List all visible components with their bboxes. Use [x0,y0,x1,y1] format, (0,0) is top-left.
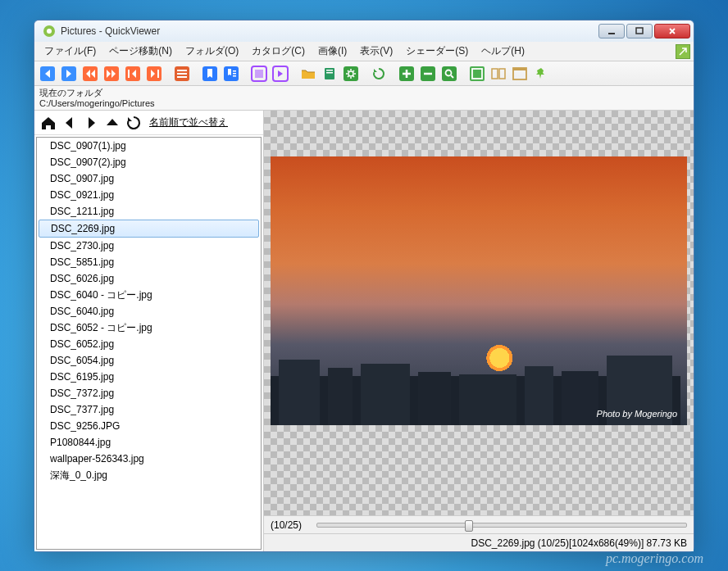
nav-prev-icon[interactable] [38,64,57,84]
file-list[interactable]: DSC_0907(1).jpgDSC_0907(2).jpgDSC_0907.j… [36,137,262,550]
maximize-button[interactable] [626,24,653,39]
sort-link[interactable]: 名前順で並べ替え [149,116,228,129]
file-item[interactable]: DSC_6026.jpg [37,270,261,287]
svg-rect-3 [636,28,643,34]
svg-rect-2 [608,33,615,34]
path-row: 現在のフォルダ C:/Users/mogeringo/Pictures [34,86,694,111]
minimize-button[interactable] [598,24,625,39]
menu-folder[interactable]: フォルダ(O) [179,43,245,60]
image-preview: Photo by Mogeringo [271,156,687,425]
home-icon[interactable] [39,114,57,132]
path-value: C:/Users/mogeringo/Pictures [39,98,689,109]
file-item[interactable]: DSC_0907.jpg [37,170,261,187]
file-item[interactable]: DSC_5851.jpg [37,254,261,270]
svg-rect-19 [233,73,236,75]
slider-thumb[interactable] [465,520,473,532]
svg-rect-26 [326,72,333,74]
file-item[interactable]: DSC_6195.jpg [37,369,261,385]
bookmark-add-icon[interactable] [200,64,220,84]
file-item[interactable]: DSC_7377.jpg [37,401,261,418]
bookmark-list-icon[interactable] [221,64,241,84]
zoom-in-icon[interactable] [397,64,416,84]
svg-rect-14 [177,73,187,75]
image-canvas[interactable]: Photo by Mogeringo [264,111,694,515]
svg-rect-41 [328,368,353,425]
close-button[interactable] [654,24,690,39]
page-slider[interactable] [316,523,687,528]
launch-icon[interactable] [676,44,690,59]
file-item[interactable]: wallpaper-526343.jpg [37,451,261,467]
up-icon[interactable] [103,114,121,132]
svg-point-1 [47,29,52,34]
settings-icon[interactable] [341,64,361,84]
file-item[interactable]: DSC_1211.jpg [37,203,261,220]
menu-help[interactable]: ヘルプ(H) [475,43,531,60]
svg-rect-22 [255,70,263,78]
file-item[interactable]: DSC_0907(1).jpg [37,138,261,154]
slider-row: (10/25) [264,515,694,533]
svg-rect-11 [157,70,159,78]
fast-fwd-icon[interactable] [102,64,121,84]
menu-view[interactable]: 表示(V) [353,43,399,60]
menu-catalog[interactable]: カタログ(C) [245,43,312,60]
svg-rect-40 [279,360,320,425]
svg-rect-31 [442,66,457,81]
file-item[interactable]: DSC_2269.jpg [39,220,259,238]
viewer-area: Photo by Mogeringo (10/25) DSC_2269.jpg … [264,111,694,551]
menubar: ファイル(F) ページ移動(N) フォルダ(O) カタログ(C) 画像(I) 表… [34,42,694,61]
pin-icon[interactable] [531,64,551,84]
app-icon [43,25,56,38]
file-item[interactable]: DSC_6054.jpg [37,352,261,369]
photo-credit: Photo by Mogeringo [597,409,677,419]
svg-rect-36 [499,69,505,79]
svg-rect-46 [562,371,598,425]
file-item[interactable]: DSC_7372.jpg [37,385,261,401]
refresh-icon[interactable] [125,114,143,132]
list-toggle-icon[interactable] [172,64,192,84]
file-item[interactable]: DSC_0921.jpg [37,187,261,203]
svg-rect-43 [418,372,451,425]
svg-rect-42 [361,364,410,425]
file-item[interactable]: DSC_6052 - コピー.jpg [37,319,261,336]
file-item[interactable]: DSC_0907(2).jpg [37,154,261,170]
view-mode-a-icon[interactable] [249,64,269,84]
titlebar[interactable]: Pictures - QuickViewer [34,20,694,42]
rotate-icon[interactable] [369,64,389,84]
menu-file[interactable]: ファイル(F) [38,43,102,60]
svg-rect-38 [513,68,526,70]
search-icon[interactable] [439,64,459,84]
back-icon[interactable] [61,114,79,132]
watermark: pc.mogeringo.com [606,551,703,566]
file-item[interactable]: 深海_0_0.jpg [37,467,261,483]
folder-open-icon[interactable] [298,64,318,84]
file-item[interactable]: DSC_6052.jpg [37,336,261,352]
file-item[interactable]: DSC_9256.JPG [37,418,261,434]
app-window: Pictures - QuickViewer ファイル(F) ページ移動(N) … [34,20,694,552]
svg-rect-44 [459,374,516,425]
menu-image[interactable]: 画像(I) [312,43,353,60]
last-icon[interactable] [144,64,164,84]
zoom-out-icon[interactable] [418,64,438,84]
fast-back-icon[interactable] [80,64,100,84]
sidebar: 名前順で並べ替え DSC_0907(1).jpgDSC_0907(2).jpgD… [34,111,264,551]
nav-next-icon[interactable] [59,64,79,84]
file-item[interactable]: P1080844.jpg [37,434,261,451]
forward-icon[interactable] [82,114,100,132]
file-item[interactable]: DSC_6040 - コピー.jpg [37,287,261,303]
view-mode-b-icon[interactable] [271,64,290,84]
file-item[interactable]: DSC_6040.jpg [37,303,261,319]
menu-page[interactable]: ページ移動(N) [102,43,179,60]
status-bar: DSC_2269.jpg (10/25)[1024x686(49%)] 87.7… [264,533,694,551]
menu-shader[interactable]: シェーダー(S) [399,43,475,60]
svg-rect-20 [233,75,236,77]
fit-window-icon[interactable] [467,64,487,84]
first-icon[interactable] [123,64,143,84]
book-icon[interactable] [320,64,339,84]
fullscreen-icon[interactable] [510,64,530,84]
svg-rect-35 [492,69,498,79]
file-item[interactable]: DSC_2730.jpg [37,238,261,254]
dual-page-icon[interactable] [489,64,508,84]
svg-rect-25 [326,70,333,71]
slider-label: (10/25) [271,519,312,531]
window-title: Pictures - QuickViewer [61,25,598,37]
